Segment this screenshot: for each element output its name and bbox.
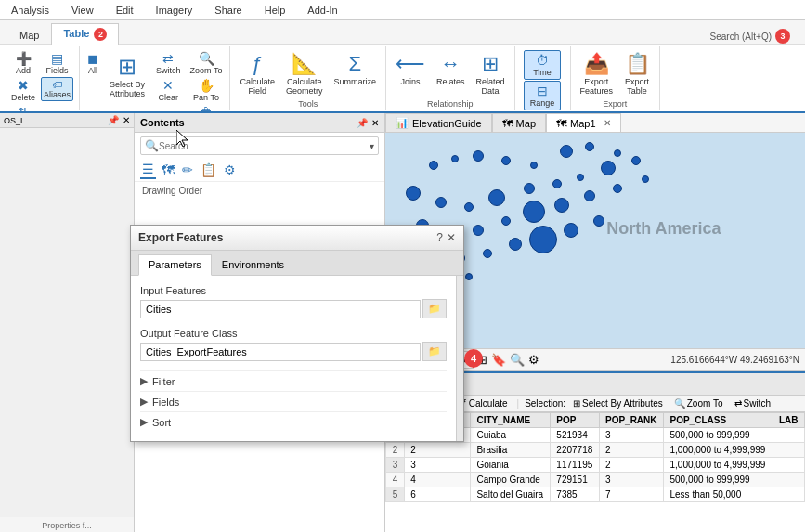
dialog-scrollbar[interactable] [456,276,463,441]
map-bookmarks-icon[interactable]: 🔖 [491,353,506,367]
filter-label: Filter [152,376,175,387]
input-features-browse-btn[interactable]: 📁 [422,299,447,318]
cell-lab [773,443,804,458]
range-icon: ⊟ [537,84,548,98]
calculate-geometry-icon: 📐 [292,52,317,76]
menu-edit[interactable]: Edit [112,3,137,18]
time-icon: ⏱ [536,53,549,68]
city-dot [435,197,447,208]
map1-close-btn[interactable]: ✕ [604,118,611,128]
time-button[interactable]: ⏱ Time [524,50,562,80]
relationship-group-label: Relationship [427,99,474,109]
ribbon-group-relationship: ⟵ Joins ↔ Relates ⊞ RelatedData Relation… [386,46,515,110]
pan-to-button[interactable]: ✋ Pan To [188,77,225,103]
col-header-pop[interactable]: POP [551,413,600,428]
map-icon[interactable]: 🗺 [160,162,176,178]
table-row[interactable]: 3 3 Goiania 1171195 2 1,000,000 to 4,999… [386,458,805,473]
left-panel-close-icon[interactable]: ✕ [123,115,130,125]
table-row[interactable]: 5 6 Salto del Guaira 7385 7 Less than 50… [386,487,805,502]
menu-analysis[interactable]: Analysis [7,3,53,18]
col-header-cityname[interactable]: CITY_NAME [471,413,551,428]
col-header-popclass[interactable]: POP_CLASS [664,413,773,428]
left-panel-title: OS_L [4,116,25,125]
fields-button[interactable]: ▤ Fields [41,50,73,76]
tab-map[interactable]: 🗺 Map [492,113,546,132]
city-dot [530,162,538,169]
dialog-close-btn[interactable]: ✕ [447,231,456,244]
cell-objectid: 6 [405,487,471,502]
export-features-button[interactable]: 📤 ExportFeatures [577,50,617,97]
search-input[interactable] [159,141,370,151]
table-calculate-btn[interactable]: ƒ Calculate [458,397,511,409]
search-bar[interactable]: 🔍 ▾ [140,136,379,155]
contents-close-icon[interactable]: ✕ [371,118,379,128]
dialog-help-btn[interactable]: ? [436,231,443,244]
ribbon-group-tools: ƒ CalculateField 📐 CalculateGeometry Σ S… [230,46,386,110]
tab-elevation-guide[interactable]: 📊 ElevationGuide [385,113,492,132]
col-header-lab[interactable]: LAB [773,413,804,428]
table-select-by-attr-btn[interactable]: ⊞ Select By Attributes [569,397,667,409]
select-all-button[interactable]: ◼ All [85,50,100,76]
city-dot [554,198,569,213]
add-button[interactable]: ➕ Add [9,50,37,76]
map-coordinates: 125.6166644°W 49.2469163°N [670,355,799,365]
output-feature-class-input[interactable] [140,343,421,361]
fields-collapsible[interactable]: ▶ Fields [140,391,447,411]
col-header-poprank[interactable]: POP_RANK [599,413,664,428]
input-features-input[interactable] [140,300,421,318]
ribbon-group-export: 📤 ExportFeatures 📋 ExportTable Export [571,46,661,110]
tab-map-general[interactable]: Map [7,25,51,45]
clear-icon: ✕ [162,78,174,93]
menu-view[interactable]: View [68,3,97,18]
map-tools-icon[interactable]: ⚙ [528,353,539,367]
cell-popclass: 1,000,000 to 4,999,999 [664,458,773,473]
sort-collapsible[interactable]: ▶ Sort [140,411,447,432]
menu-addin[interactable]: Add-In [304,3,341,18]
summarize-button[interactable]: Σ Summarize [330,50,380,88]
tab-environments[interactable]: Environments [212,254,294,275]
contents-pin-icon[interactable]: 📌 [357,118,368,128]
menu-imagery[interactable]: Imagery [152,3,197,18]
menu-help[interactable]: Help [261,3,290,18]
add-icon: ➕ [16,51,32,66]
contents-toolbar: ☰ 🗺 ✏ 📋 ⚙ [135,159,384,182]
tab-table[interactable]: Table 2 [51,23,119,45]
table-switch-btn[interactable]: ⇄ Switch [731,397,774,409]
search-dropdown-icon[interactable]: ▾ [370,141,374,151]
left-panel-pin-icon[interactable]: 📌 [108,115,119,125]
table-row[interactable]: 2 2 Brasilia 2207718 2 1,000,000 to 4,99… [386,443,805,458]
table-row[interactable]: 4 4 Campo Grande 729151 3 500,000 to 999… [386,473,805,487]
main-area: OS_L 📌 ✕ Properties f... Contents 📌 ✕ 🔍 … [0,113,805,532]
export-table-button[interactable]: 📋 ExportTable [620,50,654,97]
range-button[interactable]: ⊟ Range [524,81,562,110]
output-feature-class-group: Output Feature Class 📁 [140,328,447,361]
table-zoom-to-btn[interactable]: 🔍 Zoom To [670,397,727,409]
joins-button[interactable]: ⟵ Joins [392,50,429,88]
settings-icon[interactable]: ⚙ [222,162,238,178]
calculate-geometry-button[interactable]: 📐 CalculateGeometry [282,50,327,97]
select-by-attributes-button[interactable]: ⊞ Select ByAttributes [104,50,150,102]
calculate-field-button[interactable]: ƒ CalculateField [236,50,279,97]
list-view-icon[interactable]: ☰ [140,161,156,179]
relates-button[interactable]: ↔ Relates [433,50,469,88]
tools-group-label: Tools [298,99,318,109]
tab-map1[interactable]: 🗺 Map1 ✕ [546,113,621,132]
delete-button[interactable]: ✖ Delete [9,77,37,103]
city-dot [429,161,438,170]
table-icon[interactable]: 📋 [199,162,218,178]
aliases-button[interactable]: 🏷 Aliases [41,77,73,101]
switch-button[interactable]: ⇄ Switch [154,50,183,76]
output-browse-btn[interactable]: 📁 [422,342,447,361]
cell-cityname: Brasilia [471,443,551,458]
fields-chevron-icon: ▶ [140,396,148,408]
map-zoom-icon[interactable]: 🔍 [510,353,525,367]
filter-collapsible[interactable]: ▶ Filter [140,370,447,391]
tab-parameters[interactable]: Parameters [138,254,212,276]
zoom-to-button[interactable]: 🔍 Zoom To [188,50,225,76]
drawing-icon[interactable]: ✏ [180,162,195,178]
related-data-button[interactable]: ⊞ RelatedData [473,50,509,97]
menu-share[interactable]: Share [211,3,245,18]
cell-popclass: 1,000,000 to 4,999,999 [664,443,773,458]
clear-button[interactable]: ✕ Clear [154,77,183,103]
city-dot [529,226,557,253]
